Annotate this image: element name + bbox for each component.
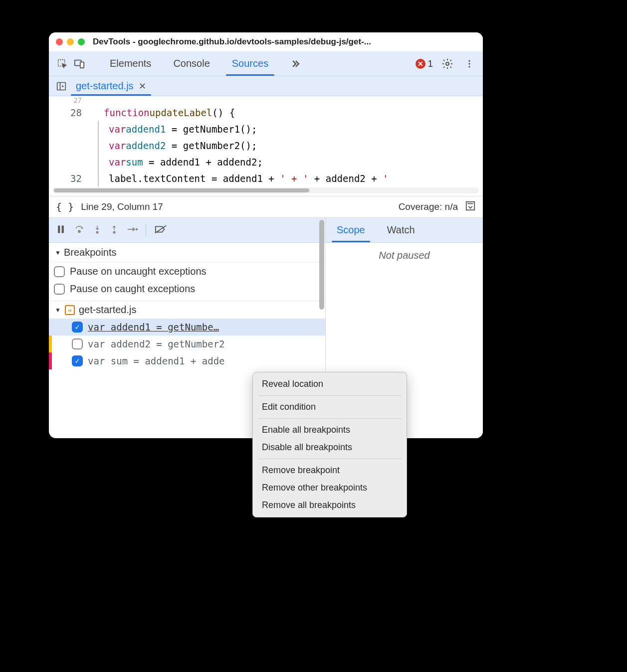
window-title: DevTools - googlechrome.github.io/devtoo…	[93, 37, 371, 47]
code-editor[interactable]: 27 28 function updateLabel() { 29 var ad…	[49, 96, 483, 196]
breakpoint-code: var addend1 = getNumbe…	[88, 322, 319, 333]
titlebar: DevTools - googlechrome.github.io/devtoo…	[49, 32, 483, 51]
breakpoint-color-bar	[49, 352, 52, 369]
line-number[interactable]: 28	[70, 107, 89, 118]
not-paused-label: Not paused	[326, 243, 483, 268]
deactivate-breakpoints-icon[interactable]	[154, 224, 167, 236]
line-number: 30	[74, 140, 86, 151]
pause-icon[interactable]	[56, 224, 66, 236]
svg-point-19	[136, 228, 138, 230]
menu-enable-all[interactable]: Enable all breakpoints	[253, 421, 407, 439]
line-number: 27	[73, 96, 89, 104]
svg-point-6	[468, 66, 470, 67]
pause-uncaught-label: Pause on uncaught exceptions	[70, 266, 207, 277]
collapse-triangle-icon: ▼	[55, 307, 61, 314]
vertical-scrollbar[interactable]	[319, 220, 324, 310]
main-tabs: Elements Console Sources	[99, 51, 312, 76]
breakpoint-code: var sum = addend1 + adde	[88, 355, 319, 366]
collapse-icon[interactable]	[465, 200, 476, 214]
step-out-icon[interactable]	[110, 224, 119, 236]
svg-rect-7	[57, 82, 66, 90]
settings-icon[interactable]	[440, 56, 455, 71]
line-number[interactable]: 32	[70, 173, 89, 184]
file-tab-label: get-started.js	[76, 80, 134, 92]
code-line: function updateLabel() {	[89, 104, 235, 121]
tab-sources[interactable]: Sources	[221, 51, 279, 76]
cursor-position: Line 29, Column 17	[81, 201, 163, 212]
pretty-print-icon[interactable]: { }	[56, 201, 74, 213]
menu-remove-all[interactable]: Remove all breakpoints	[253, 497, 407, 514]
tab-console[interactable]: Console	[162, 51, 220, 76]
menu-edit-condition[interactable]: Edit condition	[253, 398, 407, 416]
line-number: 31	[74, 157, 86, 168]
coverage-label: Coverage: n/a	[399, 201, 458, 212]
navigator-toggle-icon[interactable]	[54, 81, 69, 91]
tab-watch[interactable]: Watch	[376, 218, 426, 242]
checkbox[interactable]	[72, 338, 83, 349]
code-line: var addend1 = getNumber1();	[98, 121, 257, 137]
breakpoint-file-header[interactable]: ▼ ‹› get-started.js	[49, 301, 325, 319]
line-number: 29	[74, 124, 86, 135]
pause-caught-row[interactable]: Pause on caught exceptions	[49, 280, 325, 298]
tab-elements[interactable]: Elements	[99, 51, 162, 76]
maximize-window-button[interactable]	[78, 38, 85, 45]
menu-separator	[258, 459, 402, 459]
breakpoint-item[interactable]: var sum = addend1 + adde	[49, 352, 325, 369]
svg-point-15	[96, 231, 98, 233]
svg-point-17	[113, 231, 115, 233]
scope-tabs: Scope Watch	[326, 218, 483, 243]
svg-point-13	[78, 230, 80, 232]
step-into-icon[interactable]	[93, 224, 102, 236]
collapse-triangle-icon: ▼	[55, 249, 61, 256]
menu-remove-breakpoint[interactable]: Remove breakpoint	[253, 462, 407, 479]
menu-separator	[258, 395, 402, 396]
close-icon[interactable]: ✕	[139, 81, 146, 92]
main-toolbar: Elements Console Sources ✕ 1	[49, 51, 483, 76]
editor-status-bar: { } Line 29, Column 17 Coverage: n/a	[49, 196, 483, 218]
breakpoint-file-label: get-started.js	[79, 304, 137, 316]
error-icon: ✕	[416, 59, 425, 69]
menu-disable-all[interactable]: Disable all breakpoints	[253, 439, 407, 456]
svg-rect-2	[80, 62, 84, 68]
menu-separator	[258, 418, 402, 419]
step-icon[interactable]	[127, 225, 138, 235]
svg-point-3	[446, 62, 449, 65]
minimize-window-button[interactable]	[67, 38, 74, 45]
checkbox[interactable]	[54, 284, 65, 295]
code-line: var addend2 = getNumber2();	[98, 137, 257, 154]
inspect-icon[interactable]	[55, 56, 70, 71]
breakpoints-label: Breakpoints	[64, 247, 117, 258]
close-window-button[interactable]	[56, 38, 63, 45]
svg-point-4	[468, 60, 470, 61]
js-file-icon: ‹›	[65, 305, 75, 315]
menu-reveal-location[interactable]: Reveal location	[253, 375, 407, 393]
breakpoint-code: var addend2 = getNumber2	[88, 338, 319, 349]
horizontal-scrollbar[interactable]	[53, 187, 479, 193]
code-line: var sum = addend1 + addend2;	[98, 154, 263, 170]
debugger-toolbar	[49, 218, 325, 243]
breakpoint-color-bar	[49, 336, 52, 352]
device-toggle-icon[interactable]	[72, 56, 87, 71]
tabs-overflow-icon[interactable]	[279, 51, 312, 76]
checkbox[interactable]	[54, 266, 65, 277]
error-count[interactable]: ✕ 1	[416, 58, 433, 69]
breakpoint-item[interactable]: var addend1 = getNumbe…	[49, 319, 325, 336]
tab-scope[interactable]: Scope	[326, 218, 376, 242]
svg-rect-12	[62, 225, 64, 233]
checkbox[interactable]	[72, 355, 83, 366]
menu-remove-other[interactable]: Remove other breakpoints	[253, 479, 407, 497]
context-menu: Reveal location Edit condition Enable al…	[252, 372, 407, 517]
breakpoint-item[interactable]: var addend2 = getNumber2	[49, 336, 325, 352]
svg-rect-11	[58, 225, 60, 233]
window-controls	[56, 38, 85, 45]
svg-point-5	[468, 63, 470, 64]
error-count-value: 1	[427, 58, 433, 69]
pause-caught-label: Pause on caught exceptions	[70, 283, 195, 295]
step-over-icon[interactable]	[74, 224, 85, 236]
file-tab-bar: get-started.js ✕	[49, 76, 483, 96]
more-icon[interactable]	[462, 56, 477, 71]
breakpoints-header[interactable]: ▼ Breakpoints	[49, 243, 325, 263]
pause-uncaught-row[interactable]: Pause on uncaught exceptions	[49, 263, 325, 280]
file-tab-get-started[interactable]: get-started.js ✕	[69, 76, 153, 96]
checkbox[interactable]	[72, 322, 83, 333]
